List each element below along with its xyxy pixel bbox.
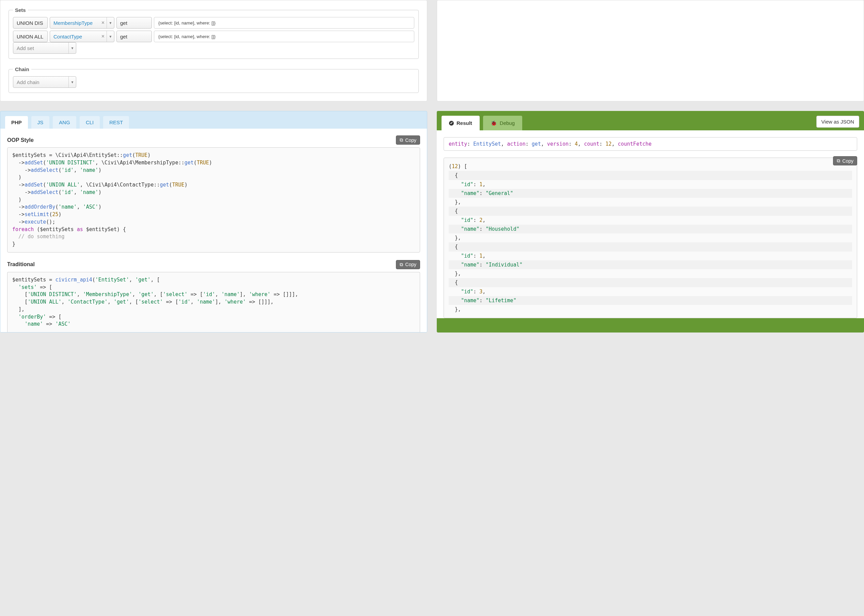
sets-legend: Sets (13, 7, 28, 13)
view-as-json-button[interactable]: View as JSON (816, 116, 859, 127)
oop-title: OOP Style (7, 137, 34, 143)
tab-js[interactable]: JS (31, 116, 50, 129)
copy-icon: ⧉ (837, 158, 840, 164)
tab-ang[interactable]: ANG (53, 116, 76, 129)
copy-trad-button[interactable]: ⧉ Copy (396, 260, 420, 269)
oop-code-block[interactable]: $entitySets = \Civi\Api4\EntitySet::get(… (7, 148, 420, 253)
code-tabs: PHPJSANGCLIREST (0, 111, 427, 129)
add-chain-placeholder: Add chain (13, 79, 43, 85)
query-builder-card: Sets UNION DISMembershipType×▼getUNION A… (0, 0, 427, 101)
copy-icon: ⧉ (400, 262, 403, 267)
chevron-down-icon: ▼ (68, 77, 76, 88)
set-action-select[interactable]: get (116, 17, 152, 28)
tab-cli[interactable]: CLI (80, 116, 100, 129)
sets-fieldset: Sets UNION DISMembershipType×▼getUNION A… (8, 7, 419, 59)
trad-title: Traditional (7, 261, 35, 267)
close-icon[interactable]: × (99, 20, 107, 26)
bug-icon: 🐞 (491, 120, 497, 126)
tab-rest[interactable]: REST (103, 116, 129, 129)
chain-fieldset: Chain Add chain ▼ (8, 66, 419, 93)
side-panel (437, 0, 864, 101)
chevron-down-icon: ▼ (107, 31, 114, 42)
result-meta-bar: entity: EntitySet, action: get, version:… (444, 137, 857, 151)
tab-result[interactable]: ✔ Result (442, 116, 480, 130)
chevron-down-icon: ▼ (68, 42, 76, 53)
chain-legend: Chain (13, 66, 31, 72)
check-icon: ✔ (449, 121, 454, 126)
set-op-select[interactable]: UNION DIS (13, 17, 48, 28)
close-icon[interactable]: × (99, 33, 107, 39)
result-card: ✔ Result 🐞 Debug View as JSON entity: En… (437, 111, 864, 333)
set-op-select[interactable]: UNION ALL (13, 31, 48, 42)
copy-icon: ⧉ (400, 137, 403, 143)
set-action-select[interactable]: get (116, 31, 152, 42)
result-json-block[interactable]: (12) [ { "id": 1, "name": "General" }, {… (444, 157, 857, 318)
set-params-input[interactable] (154, 17, 414, 28)
set-entity-select[interactable]: MembershipType×▼ (50, 17, 114, 28)
copy-result-button[interactable]: ⧉ Copy (833, 156, 857, 165)
code-card: PHPJSANGCLIREST OOP Style ⧉ Copy $entity… (0, 111, 427, 333)
add-set-placeholder: Add set (13, 45, 38, 51)
tab-php[interactable]: PHP (5, 116, 28, 129)
set-params-input[interactable] (154, 31, 414, 42)
add-set-select[interactable]: Add set ▼ (13, 42, 76, 54)
chevron-down-icon: ▼ (107, 17, 114, 28)
add-chain-select[interactable]: Add chain ▼ (13, 76, 76, 88)
tab-debug[interactable]: 🐞 Debug (483, 116, 522, 130)
trad-code-block[interactable]: $entitySets = civicrm_api4('EntitySet', … (7, 272, 420, 332)
set-entity-select[interactable]: ContactType×▼ (50, 31, 114, 42)
copy-oop-button[interactable]: ⧉ Copy (396, 135, 420, 145)
